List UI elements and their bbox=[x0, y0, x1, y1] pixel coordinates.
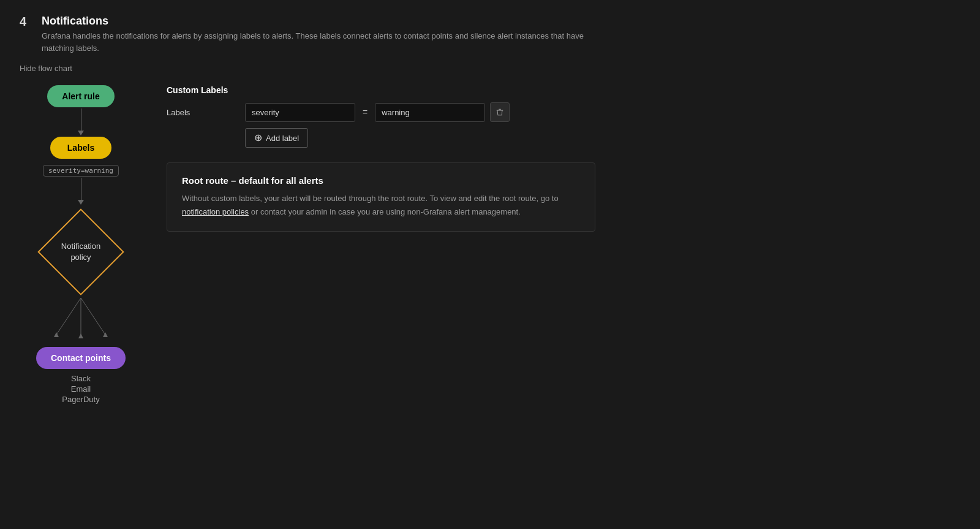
custom-labels-section: Custom Labels Labels = ⊕ Add bbox=[167, 85, 595, 148]
info-box: Root route – default for all alerts With… bbox=[167, 162, 595, 232]
alert-rule-node: Alert rule bbox=[47, 85, 114, 107]
svg-marker-5 bbox=[103, 332, 108, 337]
label-value-input[interactable] bbox=[375, 103, 485, 122]
contact-pagerduty: PagerDuty bbox=[62, 395, 99, 404]
section-description: Grafana handles the notifications for al… bbox=[42, 30, 593, 54]
contact-points-node: Contact points bbox=[36, 347, 126, 369]
main-content: Alert rule Labels severity=warning Notif… bbox=[20, 85, 960, 404]
section-title-block: Notifications Grafana handles the notifi… bbox=[42, 15, 593, 54]
right-panel: Custom Labels Labels = ⊕ Add bbox=[167, 85, 595, 404]
contact-items: Slack Email PagerDuty bbox=[62, 374, 99, 404]
svg-marker-1 bbox=[54, 332, 59, 337]
delete-label-button[interactable] bbox=[490, 102, 510, 122]
svg-line-0 bbox=[56, 298, 81, 335]
svg-line-4 bbox=[81, 298, 105, 335]
labels-header-row: Labels = bbox=[167, 102, 595, 122]
label-key-input[interactable] bbox=[245, 103, 355, 122]
custom-labels-title: Custom Labels bbox=[167, 85, 595, 95]
section-header: 4 Notifications Grafana handles the noti… bbox=[20, 15, 960, 54]
add-label-button[interactable]: ⊕ Add label bbox=[245, 128, 308, 148]
info-text-part1: Without custom labels, your alert will b… bbox=[182, 194, 559, 203]
page-container: 4 Notifications Grafana handles the noti… bbox=[0, 0, 980, 419]
add-label-text: Add label bbox=[266, 134, 299, 143]
labels-column-header: Labels bbox=[167, 108, 240, 117]
notification-policy-label: Notification policy bbox=[61, 241, 100, 263]
contact-email: Email bbox=[71, 384, 91, 394]
notification-policies-link[interactable]: notification policies bbox=[182, 207, 249, 216]
label-tag: severity=warning bbox=[43, 165, 119, 177]
fan-arrows bbox=[44, 298, 118, 347]
add-label-plus-icon: ⊕ bbox=[254, 133, 262, 143]
hide-flow-chart-toggle[interactable]: Hide flow chart bbox=[20, 64, 960, 73]
section-title: Notifications bbox=[42, 15, 593, 28]
section-number: 4 bbox=[20, 15, 32, 29]
svg-marker-3 bbox=[78, 333, 83, 338]
info-box-text: Without custom labels, your alert will b… bbox=[182, 192, 580, 219]
flow-chart: Alert rule Labels severity=warning Notif… bbox=[20, 85, 142, 404]
labels-node: Labels bbox=[50, 137, 111, 159]
info-text-part2: or contact your admin in case you are us… bbox=[249, 207, 521, 216]
info-box-title: Root route – default for all alerts bbox=[182, 175, 580, 186]
contact-slack: Slack bbox=[71, 374, 91, 383]
equals-sign: = bbox=[360, 107, 370, 117]
notification-policy-node: Notification policy bbox=[41, 212, 121, 292]
